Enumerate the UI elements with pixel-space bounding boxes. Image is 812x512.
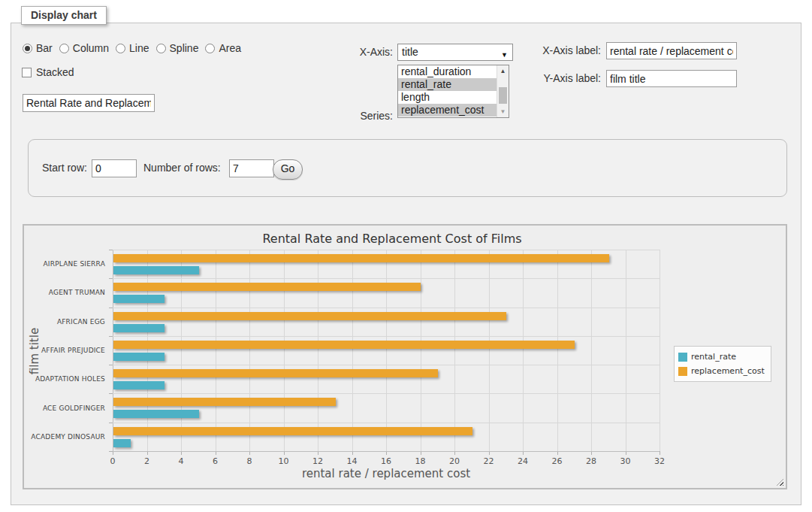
x-tick-label: 32 <box>644 456 675 466</box>
chart-title: Rental Rate and Replacement Cost of Film… <box>24 232 760 246</box>
bar-rental_rate[interactable] <box>113 295 165 303</box>
series-select-label: Series: <box>327 108 393 125</box>
y-axis-label-label: Y-Axis label: <box>528 70 601 87</box>
series-option-replacement_cost[interactable]: replacement_cost <box>398 104 497 117</box>
bar-rental_rate[interactable] <box>113 353 165 361</box>
start-row-label: Start row: <box>42 159 89 177</box>
gridline-x <box>591 250 592 451</box>
y-tick-mark <box>109 365 113 365</box>
x-tick-label: 20 <box>439 456 469 466</box>
chart-type-options: BarColumnLineSplineArea <box>23 42 241 54</box>
y-tick-mark <box>109 278 113 279</box>
series-option-rental_rate[interactable]: rental_rate <box>398 78 497 91</box>
gridline-y <box>113 336 660 337</box>
gridline-x <box>489 250 490 451</box>
x-tick-label: 24 <box>508 456 538 466</box>
y-axis-label-input[interactable] <box>606 70 737 87</box>
scroll-down-icon[interactable]: ▼ <box>497 106 509 117</box>
x-tick-label: 16 <box>371 456 401 466</box>
y-tick-mark <box>109 451 113 452</box>
gridline-x <box>249 250 250 451</box>
category-label: AGENT TRUMAN <box>24 289 105 296</box>
bar-replacement_cost[interactable] <box>113 341 575 349</box>
x-axis-label-input[interactable] <box>606 42 737 59</box>
legend-item-replacement_cost[interactable]: replacement_cost <box>678 364 765 378</box>
legend-swatch <box>678 353 687 362</box>
radio-icon[interactable] <box>156 44 166 53</box>
radio-label: Spline <box>170 42 199 54</box>
category-label: AIRPLANE SIERRA <box>24 260 105 268</box>
gridline-x <box>421 250 421 451</box>
gridline-x <box>181 250 182 451</box>
x-tick-label: 10 <box>269 456 299 466</box>
bar-rental_rate[interactable] <box>113 439 131 447</box>
x-tick-label: 14 <box>337 456 367 466</box>
legend-item-rental_rate[interactable]: rental_rate <box>678 350 765 364</box>
gridline-x <box>454 250 455 451</box>
chevron-down-icon: ▼ <box>501 49 508 62</box>
gridline-x <box>386 250 387 451</box>
gridline-x <box>557 250 558 451</box>
radio-icon[interactable] <box>23 44 32 53</box>
stacked-checkbox[interactable] <box>22 68 32 77</box>
legend-label: rental_rate <box>691 352 736 362</box>
gridline-x <box>318 250 318 451</box>
series-options: rental_durationrental_ratelengthreplacem… <box>398 65 497 117</box>
x-tick-label: 26 <box>542 456 572 466</box>
scrollbar-thumb[interactable] <box>499 87 507 104</box>
gridline-x <box>352 250 353 451</box>
category-label: ACE GOLDFINGER <box>24 404 105 412</box>
bar-rental_rate[interactable] <box>113 324 165 332</box>
bar-rental_rate[interactable] <box>113 410 199 418</box>
stacked-label: Stacked <box>36 66 74 78</box>
gridline-x <box>216 250 216 451</box>
x-tick-label: 30 <box>611 456 641 466</box>
x-tick-label: 0 <box>98 456 128 466</box>
bar-replacement_cost[interactable] <box>113 254 609 262</box>
num-rows-label: Number of rows: <box>143 159 226 177</box>
x-axis-select[interactable]: title ▼ <box>397 44 513 61</box>
radio-label: Line <box>129 42 149 54</box>
bar-replacement_cost[interactable] <box>113 369 438 377</box>
gridline-y <box>113 423 660 423</box>
radio-label: Area <box>219 42 241 54</box>
chart-container: Rental Rate and Replacement Cost of Film… <box>23 224 787 489</box>
start-row-input[interactable] <box>92 159 137 177</box>
bar-rental_rate[interactable] <box>113 266 199 274</box>
chart-title-input[interactable] <box>23 94 155 112</box>
display-chart-panel: Display chart BarColumnLineSplineArea St… <box>11 23 801 505</box>
chart-type-option-line[interactable]: Line <box>116 42 149 54</box>
scroll-up-icon[interactable]: ▲ <box>497 65 509 77</box>
y-tick-mark <box>109 308 113 308</box>
num-rows-input[interactable] <box>229 159 274 177</box>
chart-type-option-spline[interactable]: Spline <box>156 42 199 54</box>
y-tick-mark <box>109 250 113 250</box>
bar-replacement_cost[interactable] <box>113 427 472 435</box>
series-scrollbar[interactable]: ▲ ▼ <box>497 65 509 117</box>
rows-panel: Start row: Number of rows: Go <box>28 139 787 197</box>
category-label: ACADEMY DINOSAUR <box>24 433 105 441</box>
chart-type-option-area[interactable]: Area <box>205 42 241 54</box>
legend-swatch <box>678 367 687 376</box>
x-tick-label: 12 <box>303 456 333 466</box>
bar-rental_rate[interactable] <box>113 381 165 389</box>
series-option-rental_duration[interactable]: rental_duration <box>398 65 497 78</box>
x-tick-label: 2 <box>132 456 162 466</box>
go-button[interactable]: Go <box>273 159 303 180</box>
chart-type-option-column[interactable]: Column <box>59 42 109 54</box>
radio-icon[interactable] <box>59 44 69 53</box>
radio-icon[interactable] <box>116 44 125 53</box>
chart-legend: rental_ratereplacement_cost <box>674 346 771 382</box>
resize-handle-icon[interactable] <box>777 479 783 486</box>
gridline-x <box>113 250 113 451</box>
stacked-option[interactable]: Stacked <box>22 66 74 78</box>
bar-replacement_cost[interactable] <box>113 398 336 406</box>
series-listbox[interactable]: rental_durationrental_ratelengthreplacem… <box>397 65 509 118</box>
radio-icon[interactable] <box>205 44 215 53</box>
bar-replacement_cost[interactable] <box>113 283 421 291</box>
x-axis-select-label: X-Axis: <box>327 44 393 61</box>
chart-type-option-bar[interactable]: Bar <box>23 42 53 54</box>
series-option-length[interactable]: length <box>398 91 497 104</box>
bar-replacement_cost[interactable] <box>113 312 506 320</box>
x-axis-title: rental rate / replacement cost <box>236 467 536 480</box>
